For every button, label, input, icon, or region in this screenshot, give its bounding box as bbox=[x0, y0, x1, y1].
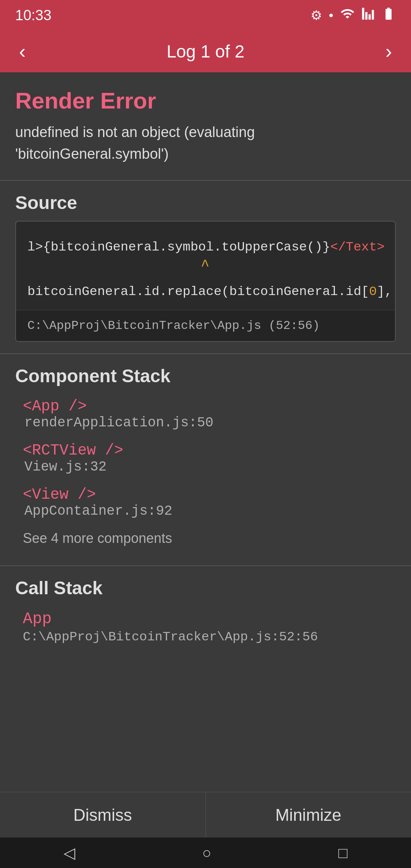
source-section: Source l>{bitcoinGeneral.symbol.toUpperC… bbox=[15, 192, 396, 342]
wifi-icon bbox=[340, 6, 355, 24]
battery-icon bbox=[381, 6, 396, 24]
component-item-view: <View /> AppContainer.js:92 bbox=[23, 486, 396, 519]
nav-bar: ‹ Log 1 of 2 › bbox=[0, 30, 411, 72]
next-arrow[interactable]: › bbox=[378, 36, 400, 67]
see-more-components[interactable]: See 4 more components bbox=[23, 530, 396, 546]
source-line-2: bitcoinGeneral.id.replace(bitcoinGeneral… bbox=[27, 281, 384, 302]
back-button[interactable]: ◁ bbox=[64, 844, 75, 862]
source-title: Source bbox=[15, 192, 396, 213]
component-rctview-tag: <RCTView /> bbox=[23, 442, 396, 459]
call-stack-fn: App bbox=[23, 610, 396, 628]
render-error-section: Render Error undefined is not an object … bbox=[15, 88, 396, 165]
bottom-buttons: Dismiss Minimize bbox=[0, 792, 411, 838]
recents-button[interactable]: □ bbox=[338, 844, 347, 862]
component-item-app: <App /> renderApplication.js:50 bbox=[23, 398, 396, 431]
divider-2 bbox=[0, 353, 411, 354]
settings-icon: ⚙ bbox=[311, 8, 322, 23]
status-bar: 10:33 ⚙ • bbox=[0, 0, 411, 30]
android-nav-bar: ◁ ○ □ bbox=[0, 838, 411, 868]
render-error-message: undefined is not an object (evaluating '… bbox=[15, 121, 396, 165]
minimize-button[interactable]: Minimize bbox=[206, 792, 411, 838]
home-button[interactable]: ○ bbox=[202, 844, 211, 862]
render-error-title: Render Error bbox=[15, 88, 396, 114]
source-footer: C:\AppProj\BitcoinTracker\App.js (52:56) bbox=[16, 310, 395, 341]
component-stack-title: Component Stack bbox=[15, 365, 396, 386]
call-stack-section: Call Stack App C:\AppProj\BitcoinTracker… bbox=[15, 578, 396, 652]
component-view-file: AppContainer.js:92 bbox=[24, 503, 396, 519]
call-stack-file: C:\AppProj\BitcoinTracker\App.js:52:56 bbox=[23, 630, 396, 644]
index-zero: 0 bbox=[369, 284, 377, 299]
nav-title: Log 1 of 2 bbox=[167, 41, 245, 62]
divider-1 bbox=[0, 180, 411, 181]
source-caret: ^ bbox=[27, 254, 384, 278]
divider-3 bbox=[0, 565, 411, 566]
component-app-file: renderApplication.js:50 bbox=[24, 415, 396, 431]
component-stack-list: <App /> renderApplication.js:50 <RCTView… bbox=[15, 394, 396, 565]
component-app-tag: <App /> bbox=[23, 398, 396, 415]
close-text-tag: </Text> bbox=[330, 240, 385, 254]
component-view-tag: <View /> bbox=[23, 486, 396, 503]
call-stack-title: Call Stack bbox=[15, 578, 396, 598]
error-caret: ^ bbox=[27, 254, 384, 278]
component-stack-section: Component Stack <App /> renderApplicatio… bbox=[15, 365, 396, 565]
content: Render Error undefined is not an object … bbox=[0, 72, 411, 652]
signal-icon bbox=[362, 6, 374, 24]
dismiss-button[interactable]: Dismiss bbox=[0, 792, 206, 838]
component-item-rctview: <RCTView /> View.js:32 bbox=[23, 442, 396, 475]
prev-arrow[interactable]: ‹ bbox=[11, 36, 33, 67]
dot-icon: • bbox=[329, 8, 333, 23]
status-time: 10:33 bbox=[15, 7, 51, 24]
call-stack-list: App C:\AppProj\BitcoinTracker\App.js:52:… bbox=[15, 606, 396, 652]
component-rctview-file: View.js:32 bbox=[24, 459, 396, 475]
source-code-block: l>{bitcoinGeneral.symbol.toUpperCase()}<… bbox=[15, 221, 396, 342]
status-icons: ⚙ • bbox=[311, 6, 396, 24]
